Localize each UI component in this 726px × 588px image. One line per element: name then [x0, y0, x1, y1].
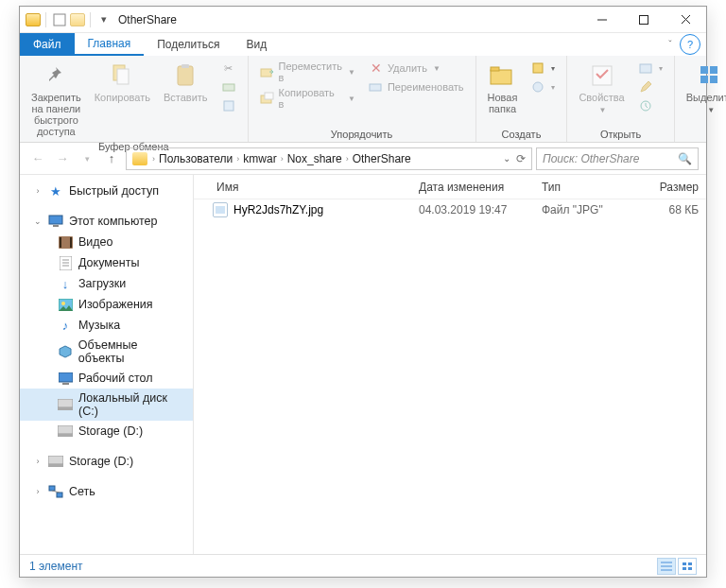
svg-point-36	[61, 302, 65, 305]
qat-folder-icon[interactable]	[70, 13, 85, 26]
app-icon	[26, 13, 41, 26]
open-button[interactable]: ▾	[634, 60, 666, 77]
breadcrumb-item[interactable]: OtherShare	[350, 152, 414, 165]
tab-share[interactable]: Поделиться	[144, 33, 233, 56]
nav-music[interactable]: ♪Музыка	[20, 315, 193, 336]
nav-pictures[interactable]: Изображения	[20, 294, 193, 315]
svg-rect-7	[178, 66, 193, 85]
svg-rect-20	[640, 64, 651, 73]
addr-folder-icon	[132, 152, 147, 165]
svg-rect-0	[54, 14, 65, 26]
copy-button[interactable]: Копировать	[91, 60, 154, 105]
star-icon: ★	[48, 183, 63, 199]
move-to-icon	[260, 64, 275, 79]
copy-to-icon	[260, 91, 275, 106]
file-type: Файл "JPG"	[534, 203, 638, 216]
address-row: ← → ▾ ↑ › Пользователи› kmwar› Nox_share…	[20, 143, 706, 175]
search-input[interactable]: Поиск: OtherShare 🔍	[536, 147, 699, 170]
tab-home[interactable]: Главная	[75, 33, 145, 56]
ribbon-collapse-icon[interactable]: ˇ	[661, 33, 680, 56]
nav-storage-d[interactable]: Storage (D:)	[20, 421, 193, 441]
edit-button[interactable]	[634, 78, 666, 95]
svg-rect-23	[710, 66, 717, 74]
nav-back-button[interactable]: ←	[27, 148, 48, 169]
rename-icon	[369, 79, 384, 95]
nav-desktop[interactable]: Рабочий стол	[20, 368, 193, 389]
svg-rect-22	[700, 66, 708, 74]
nav-storage-d-root[interactable]: ›Storage (D:)	[20, 451, 193, 472]
svg-rect-14	[370, 84, 381, 91]
help-button[interactable]: ?	[680, 34, 700, 55]
nav-forward-button[interactable]: →	[52, 148, 73, 169]
breadcrumb-item[interactable]: kmwar	[240, 152, 279, 165]
move-to-button[interactable]: Переместить в▼	[256, 60, 359, 84]
tab-view[interactable]: Вид	[233, 33, 280, 56]
history-button[interactable]	[634, 97, 666, 114]
svg-rect-53	[683, 567, 686, 570]
paste-button[interactable]: Вставить	[160, 60, 212, 105]
svg-line-47	[52, 491, 60, 493]
new-folder-button[interactable]: Новая папка	[484, 60, 522, 116]
svg-rect-8	[182, 64, 189, 68]
view-details-button[interactable]	[657, 558, 676, 575]
title-bar: ▾ OtherShare	[20, 7, 706, 33]
nav-local-disk-c[interactable]: Локальный диск (C:)	[20, 389, 193, 421]
downloads-icon: ↓	[58, 276, 73, 291]
svg-rect-26	[49, 216, 62, 224]
properties-button[interactable]: Свойства ▼	[575, 60, 628, 117]
qat-dropdown-icon[interactable]: ▾	[95, 11, 112, 28]
view-icons-button[interactable]	[678, 558, 697, 575]
nav-videos[interactable]: Видео	[20, 232, 193, 252]
paste-shortcut-button[interactable]	[217, 97, 240, 114]
nav-quick-access[interactable]: ›★Быстрый доступ	[20, 181, 193, 201]
easy-access-button[interactable]: ▾	[527, 78, 559, 95]
rename-button[interactable]: Переименовать	[365, 78, 468, 95]
breadcrumb-item[interactable]: Пользователи	[156, 152, 235, 165]
maximize-button[interactable]	[623, 7, 665, 33]
pin-quickaccess-button[interactable]: Закрепить на панели быстрого доступа	[27, 60, 85, 139]
col-size[interactable]: Размер	[638, 181, 706, 194]
nav-recent-button[interactable]: ▾	[77, 148, 97, 169]
svg-rect-10	[224, 101, 233, 111]
delete-icon: ✕	[369, 61, 384, 76]
open-icon	[638, 61, 653, 76]
svg-rect-43	[48, 456, 63, 464]
nav-downloads[interactable]: ↓Загрузки	[20, 273, 193, 294]
col-type[interactable]: Тип	[534, 181, 638, 194]
breadcrumb-item[interactable]: Nox_share	[285, 152, 345, 165]
group-open-label: Открыть	[575, 127, 666, 140]
nav-documents[interactable]: Документы	[20, 252, 193, 273]
pictures-icon	[58, 297, 73, 312]
svg-rect-54	[688, 567, 692, 570]
copy-path-button[interactable]	[217, 78, 240, 95]
nav-this-pc[interactable]: ⌄Этот компьютер	[20, 211, 193, 232]
nav-up-button[interactable]: ↑	[101, 148, 122, 169]
new-item-button[interactable]: ▾	[527, 60, 559, 77]
drive-icon	[48, 454, 63, 469]
svg-rect-2	[640, 15, 648, 24]
file-row[interactable]: HyR2Jds7hZY.jpg 04.03.2019 19:47 Файл "J…	[194, 199, 706, 220]
close-button[interactable]	[665, 7, 706, 33]
minimize-button[interactable]	[581, 7, 623, 33]
tab-file[interactable]: Файл	[20, 33, 75, 56]
select-button[interactable]: Выделить ▼	[683, 60, 726, 117]
col-date[interactable]: Дата изменения	[411, 181, 534, 194]
group-organize-label: Упорядочить	[256, 127, 468, 140]
delete-button[interactable]: ✕Удалить▼	[365, 60, 468, 77]
col-name[interactable]: Имя	[194, 181, 411, 194]
qat-checkbox-icon[interactable]	[51, 11, 68, 28]
svg-rect-37	[59, 372, 73, 382]
cut-button[interactable]: ✂	[217, 60, 240, 77]
nav-3d-objects[interactable]: Объемные объекты	[20, 336, 193, 368]
pin-icon	[42, 61, 70, 90]
address-bar[interactable]: › Пользователи› kmwar› Nox_share› OtherS…	[126, 147, 532, 170]
cube-icon	[58, 344, 73, 359]
copy-to-button[interactable]: Копировать в▼	[256, 86, 359, 111]
nav-network[interactable]: ›Сеть	[20, 481, 193, 502]
svg-rect-39	[58, 399, 73, 407]
paste-icon	[171, 61, 199, 90]
file-pane: Имя Дата изменения Тип Размер HyR2Jds7hZ…	[194, 175, 706, 554]
addr-dropdown-icon[interactable]: ⌄	[503, 153, 510, 164]
file-date: 04.03.2019 19:47	[411, 203, 534, 216]
refresh-button[interactable]: ⟳	[516, 152, 526, 165]
